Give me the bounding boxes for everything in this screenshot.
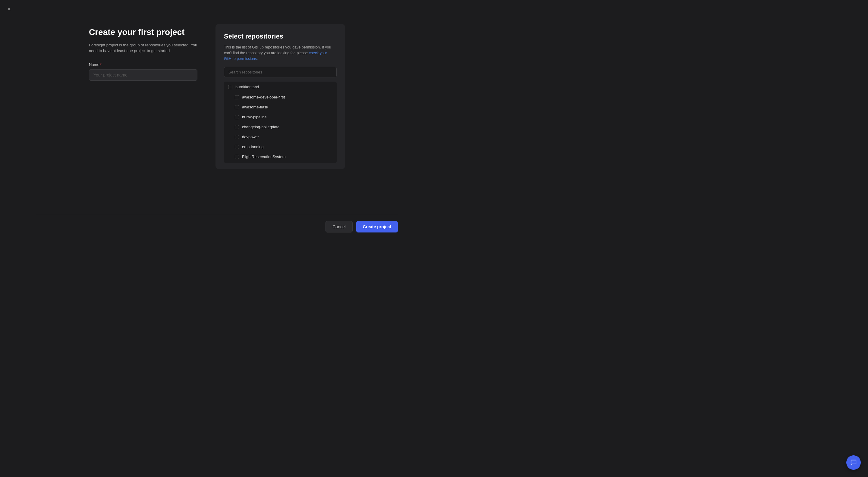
close-icon: × xyxy=(7,6,11,12)
create-project-button[interactable]: Create project xyxy=(356,221,398,233)
repo-checkbox[interactable] xyxy=(235,155,239,159)
left-panel: Create your first project Foresight proj… xyxy=(89,24,197,87)
list-item[interactable]: devpower xyxy=(224,132,337,142)
required-indicator: * xyxy=(100,62,101,67)
repo-name: burak-pipeline xyxy=(242,115,267,119)
close-button[interactable]: × xyxy=(6,5,12,13)
cancel-button[interactable]: Cancel xyxy=(326,221,352,233)
repo-checkbox[interactable] xyxy=(235,135,239,139)
list-item[interactable]: changelog-boilerplate xyxy=(224,122,337,132)
right-panel: Select repositories This is the list of … xyxy=(216,24,345,169)
repo-checkbox[interactable] xyxy=(235,95,239,99)
repo-name: emp-landing xyxy=(242,144,264,149)
select-repos-title: Select repositories xyxy=(224,33,337,40)
page-description: Foresight project is the group of reposi… xyxy=(89,42,197,54)
list-item[interactable]: awesome-developer-first xyxy=(224,92,337,102)
owner-row[interactable]: burakkantarci xyxy=(224,81,337,92)
repo-checkbox[interactable] xyxy=(235,145,239,149)
repos-description: This is the list of GitHub repositories … xyxy=(224,44,337,61)
owner-checkbox[interactable] xyxy=(228,85,232,89)
list-item[interactable]: emp-landing xyxy=(224,142,337,152)
page-title: Create your first project xyxy=(89,27,197,37)
owner-name: burakkantarci xyxy=(236,84,259,89)
repo-name: awesome-developer-first xyxy=(242,95,285,99)
repo-checkbox[interactable] xyxy=(235,115,239,119)
modal-content: Create your first project Foresight proj… xyxy=(0,0,434,169)
repo-name: FlightReservationSystem xyxy=(242,155,286,159)
repo-checkbox[interactable] xyxy=(235,105,239,109)
repo-name: devpower xyxy=(242,135,259,139)
repo-name: awesome-flask xyxy=(242,105,268,109)
list-item[interactable]: burak-pipeline xyxy=(224,112,337,122)
list-item[interactable]: awesome-flask xyxy=(224,102,337,112)
footer-buttons: Cancel Create project xyxy=(0,215,434,238)
name-field-group: Name* xyxy=(89,62,197,81)
project-name-input[interactable] xyxy=(89,69,197,81)
name-label: Name* xyxy=(89,62,197,67)
repo-name: changelog-boilerplate xyxy=(242,125,279,129)
list-item[interactable]: HockeyChamps xyxy=(224,162,337,163)
search-repositories-input[interactable] xyxy=(224,67,337,77)
footer: Cancel Create project xyxy=(0,215,434,238)
repo-checkbox[interactable] xyxy=(235,125,239,129)
list-item[interactable]: FlightReservationSystem xyxy=(224,152,337,162)
repository-list: burakkantarci awesome-developer-first aw… xyxy=(224,81,337,163)
